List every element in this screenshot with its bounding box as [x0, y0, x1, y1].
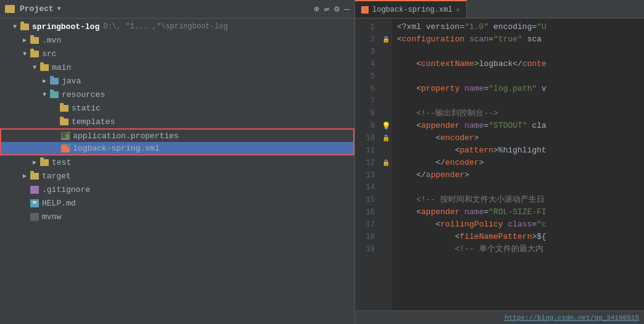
line-num-19: 19	[355, 243, 380, 255]
templates-label: templates	[72, 117, 115, 127]
code-line-18: <fileNamePattern>${	[397, 231, 639, 243]
gutter-15	[380, 194, 392, 206]
line-numbers: 1 2 3 4 5 6 7 8 9 10 11 12 13 14 15 16 1…	[355, 19, 380, 310]
tree-item-logback-xml[interactable]: logback-spring.xml	[0, 142, 354, 156]
static-label: static	[72, 104, 101, 113]
gutter-9: 💡	[380, 120, 392, 132]
static-folder-icon	[59, 104, 69, 112]
code-line-11: <pattern>%highlight	[397, 144, 639, 157]
main-arrow	[30, 64, 40, 71]
java-folder-icon	[49, 77, 59, 85]
mvn-folder-icon	[30, 36, 40, 44]
gutter-19	[380, 243, 392, 255]
tree-container[interactable]: springboot-log D:\, "1... ,"\springboot-…	[0, 19, 354, 225]
tree-item-java[interactable]: java	[0, 74, 354, 88]
tree-item-static[interactable]: static	[0, 101, 354, 115]
line-num-17: 17	[355, 218, 380, 231]
gear-icon[interactable]: ⚙	[334, 4, 339, 14]
root-path: D:\, "1... ,"\springboot-log	[103, 22, 228, 31]
tab-close-button[interactable]: ✕	[456, 6, 460, 14]
align-icon[interactable]: ⇌	[324, 4, 329, 14]
tree-item-mvnw[interactable]: mvnw	[0, 210, 354, 223]
main-container: Project ▼ ⊕ ⇌ ⚙ — springboot-log	[0, 0, 644, 324]
line-num-14: 14	[355, 181, 380, 194]
project-title: Project	[20, 4, 54, 14]
mvnw-file-icon	[30, 212, 40, 221]
gutter-14	[380, 181, 392, 194]
gutter-2: 🔒	[380, 33, 392, 46]
gutter-1	[380, 21, 392, 33]
project-panel: Project ▼ ⊕ ⇌ ⚙ — springboot-log	[0, 0, 355, 324]
resources-label: resources	[62, 90, 105, 99]
globe-icon[interactable]: ⊕	[314, 4, 319, 14]
gutter-8	[380, 107, 392, 120]
properties-label: application.properties	[73, 131, 179, 141]
tree-item-main[interactable]: main	[0, 60, 354, 74]
gitignore-file-icon	[30, 185, 40, 194]
line-num-7: 7	[355, 95, 380, 107]
editor-content: 1 2 3 4 5 6 7 8 9 10 11 12 13 14 15 16 1…	[355, 19, 644, 310]
tab-logback-xml[interactable]: logback-spring.xml ✕	[355, 0, 467, 18]
tree-item-target[interactable]: target	[0, 169, 354, 183]
line-num-12: 12	[355, 157, 380, 169]
tree-item-src[interactable]: src	[0, 47, 354, 60]
target-label: target	[42, 172, 71, 181]
code-line-17: <rollingPolicy class="c	[397, 218, 639, 231]
target-folder-icon	[30, 172, 40, 180]
test-label: test	[52, 158, 71, 167]
helpmd-file-icon: MD	[30, 199, 40, 207]
tree-item-resources[interactable]: resources	[0, 88, 354, 101]
helpmd-label: HELP.md	[42, 199, 76, 208]
tree-item-gitignore[interactable]: .gitignore	[0, 183, 354, 196]
code-line-10: <encoder>	[397, 132, 639, 144]
line-num-5: 5	[355, 70, 380, 83]
project-dropdown-arrow[interactable]: ▼	[57, 6, 61, 12]
main-folder-icon	[40, 63, 49, 72]
src-label: src	[42, 49, 56, 59]
xml-file-icon	[61, 144, 70, 152]
gutter: 🔒 💡 🔒 🔒	[380, 19, 392, 310]
gutter-4	[380, 58, 392, 70]
tree-wrapper: springboot-log D:\, "1... ,"\springboot-…	[0, 19, 354, 324]
minimize-icon[interactable]: —	[345, 4, 349, 14]
tree-root[interactable]: springboot-log D:\, "1... ,"\springboot-…	[0, 20, 354, 33]
tree-item-templates[interactable]: templates	[0, 115, 354, 128]
code-line-2: <configuration scan="true" sca	[397, 33, 639, 46]
code-area[interactable]: <?xml version="1.0" encoding="U <configu…	[392, 19, 644, 310]
code-line-6: <property name="log.path" v	[397, 83, 639, 95]
code-line-8: <!--输出到控制台-->	[397, 107, 639, 120]
editor-panel: logback-spring.xml ✕ 1 2 3 4 5 6 7 8 9 1…	[355, 0, 644, 324]
code-line-4: <contextName>logback</conte	[397, 58, 639, 70]
gutter-5	[380, 70, 392, 83]
gutter-17	[380, 218, 392, 231]
code-line-19: <!-- 单个文件的最大内	[397, 243, 639, 255]
target-arrow	[20, 172, 30, 180]
tree-item-helpmd[interactable]: MD HELP.md	[0, 196, 354, 210]
src-folder-icon	[30, 49, 40, 58]
line-num-8: 8	[355, 107, 380, 120]
code-line-12: </encoder>	[397, 157, 639, 169]
code-line-14	[397, 181, 639, 194]
line-num-6: 6	[355, 83, 380, 95]
code-line-7	[397, 95, 639, 107]
line-num-9: 9	[355, 120, 380, 132]
editor-tabs: logback-spring.xml ✕	[355, 0, 644, 19]
gitignore-label: .gitignore	[42, 185, 90, 194]
tree-item-application-properties[interactable]: application.properties	[0, 128, 354, 142]
status-url[interactable]: https://blog.csdn.net/qq_34168515	[504, 314, 639, 322]
code-line-9: <appender name="STDOUT" cla	[397, 120, 639, 132]
line-num-2: 2	[355, 33, 380, 46]
mvn-arrow	[20, 36, 30, 44]
line-num-10: 10	[355, 132, 380, 144]
project-folder-icon	[5, 5, 15, 13]
gutter-7	[380, 95, 392, 107]
line-num-4: 4	[355, 58, 380, 70]
root-label: springboot-log	[32, 22, 99, 31]
line-num-16: 16	[355, 206, 380, 218]
gutter-13	[380, 169, 392, 181]
templates-folder-icon	[59, 117, 69, 126]
tab-xml-icon	[361, 6, 369, 14]
tree-item-mvn[interactable]: .mvn	[0, 33, 354, 47]
tree-item-test[interactable]: test	[0, 156, 354, 169]
properties-file-icon	[61, 131, 70, 140]
